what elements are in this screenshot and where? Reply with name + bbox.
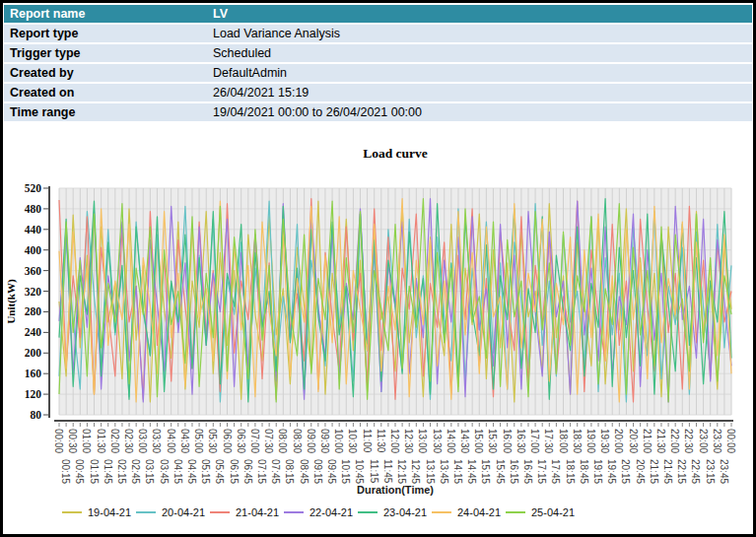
x-tick-label: 23:45 — [719, 459, 729, 484]
x-tick-label: 16:30 — [515, 429, 526, 453]
x-tick-label: 09:00 — [306, 429, 316, 453]
x-tick-label: 19:45 — [606, 459, 617, 484]
x-tick-label: 07:00 — [249, 429, 260, 453]
x-tick-label: 22:15 — [676, 459, 687, 484]
x-tick-label: 05:45 — [214, 459, 225, 484]
x-tick-label: 17:15 — [536, 459, 547, 484]
x-tick-label: 08:45 — [299, 459, 309, 484]
x-tick-label: 03:45 — [159, 459, 170, 484]
legend-label-24-04-21: 24-04-21 — [457, 506, 501, 518]
x-tick-label: 14:30 — [459, 429, 470, 453]
x-tick-label: 23:00 — [698, 429, 709, 453]
x-tick-label: 21:30 — [655, 429, 666, 453]
y-tick-label: 240 — [25, 326, 42, 338]
x-tick-label: 21:15 — [649, 459, 659, 484]
x-tick-label: 08:15 — [284, 459, 295, 484]
x-tick-label: 09:30 — [319, 429, 330, 453]
report-row-header: Report name LV — [4, 5, 752, 23]
x-tick-label: 22:00 — [669, 429, 680, 453]
x-tick-label: 04:00 — [166, 429, 176, 453]
report-page: Report name LV Report type Load Variance… — [0, 0, 756, 537]
report-row: Created by DefaultAdmin — [4, 64, 752, 82]
x-tick-label: 03:15 — [144, 459, 155, 484]
x-tick-label: 00:45 — [74, 459, 85, 484]
report-field-label: Report name — [4, 5, 213, 23]
y-tick-label: 360 — [25, 265, 42, 277]
y-axis-title: Unit(kW) — [5, 279, 18, 324]
x-tick-label: 20:15 — [620, 459, 631, 484]
y-tick-label: 200 — [25, 347, 42, 359]
legend-label-19-04-21: 19-04-21 — [88, 506, 131, 518]
report-field-label: Created by — [4, 64, 213, 82]
x-tick-label: 01:45 — [103, 459, 113, 484]
x-tick-label: 05:30 — [207, 429, 218, 453]
y-tick-label: 400 — [25, 244, 42, 256]
report-field-value: Load Variance Analysis — [213, 25, 752, 42]
x-tick-label: 01:30 — [96, 429, 106, 453]
x-tick-label: 13:00 — [417, 429, 428, 453]
x-tick-label: 10:00 — [333, 429, 344, 453]
x-tick-label: 07:30 — [263, 429, 274, 453]
x-tick-label: 02:30 — [123, 429, 134, 453]
x-tick-label: 18:15 — [565, 459, 576, 484]
x-tick-label: 21:45 — [662, 459, 673, 484]
report-summary-table: Report name LV Report type Load Variance… — [4, 3, 752, 123]
x-tick-label: 17:30 — [543, 429, 554, 453]
legend-label-20-04-21: 20-04-21 — [162, 506, 205, 518]
x-tick-label: 15:45 — [495, 459, 506, 484]
x-tick-label: 17:00 — [529, 429, 540, 453]
x-tick-label: 12:15 — [396, 459, 407, 484]
y-tick-label: 520 — [25, 182, 42, 194]
x-tick-label: 04:30 — [179, 429, 190, 453]
x-tick-label: 11:45 — [382, 459, 393, 484]
x-tick-label: 10:30 — [347, 429, 358, 453]
x-tick-label: 12:45 — [410, 459, 421, 484]
report-row: Time range 19/04/2021 00:00 to 26/04/202… — [4, 103, 752, 121]
x-tick-label: 11:15 — [369, 459, 379, 484]
y-tick-label: 280 — [25, 305, 42, 317]
x-tick-label: 16:00 — [502, 429, 513, 453]
load-curve-chart: 8012016020024028032036040044048052000:00… — [3, 141, 756, 537]
y-tick-label: 440 — [25, 224, 42, 235]
x-tick-label: 06:30 — [236, 429, 246, 453]
report-field-value: LV — [213, 5, 752, 23]
report-field-value: 19/04/2021 00:00 to 26/04/2021 00:00 — [213, 103, 752, 121]
x-tick-label: 21:00 — [642, 429, 653, 453]
x-tick-label: 02:00 — [109, 429, 120, 453]
x-tick-label: 16:15 — [509, 459, 519, 484]
x-tick-label: 03:30 — [151, 429, 162, 453]
x-tick-label: 08:30 — [292, 429, 303, 453]
x-tick-label: 07:15 — [256, 459, 267, 484]
x-tick-label: 23:15 — [705, 459, 716, 484]
x-tick-label: 00:15 — [60, 459, 71, 484]
report-field-label: Trigger type — [4, 44, 213, 62]
report-field-value: DefaultAdmin — [213, 64, 752, 82]
report-row: Trigger type Scheduled — [4, 44, 752, 62]
x-tick-label: 12:00 — [389, 429, 400, 453]
x-tick-label: 02:15 — [116, 459, 127, 484]
load-curve-svg: 8012016020024028032036040044048052000:00… — [3, 141, 756, 537]
x-tick-label: 22:45 — [690, 459, 701, 484]
report-row: Report type Load Variance Analysis — [4, 25, 752, 42]
x-tick-label: 18:30 — [572, 429, 583, 453]
x-tick-label: 11:00 — [362, 429, 373, 453]
y-tick-label: 120 — [25, 388, 42, 400]
report-row: Created on 26/04/2021 15:19 — [4, 84, 752, 101]
x-tick-label: 13:45 — [439, 459, 449, 484]
x-tick-label: 04:15 — [172, 459, 183, 484]
x-tick-label: 03:00 — [137, 429, 148, 453]
x-tick-label: 10:15 — [340, 459, 351, 484]
x-tick-label: 09:15 — [312, 459, 323, 484]
report-field-label: Report type — [4, 25, 213, 42]
x-tick-label: 15:00 — [473, 429, 484, 453]
report-field-label: Created on — [4, 84, 213, 101]
x-tick-label: 00:00 — [53, 429, 64, 453]
x-tick-label: 20:00 — [613, 429, 624, 453]
y-tick-label: 480 — [25, 203, 42, 215]
legend-label-25-04-21: 25-04-21 — [531, 506, 575, 518]
y-tick-label: 320 — [25, 286, 42, 298]
x-tick-label: 08:00 — [277, 429, 288, 453]
x-tick-label: 14:45 — [466, 459, 477, 484]
x-tick-label: 18:00 — [558, 429, 569, 453]
x-tick-label: 00:30 — [67, 429, 78, 453]
